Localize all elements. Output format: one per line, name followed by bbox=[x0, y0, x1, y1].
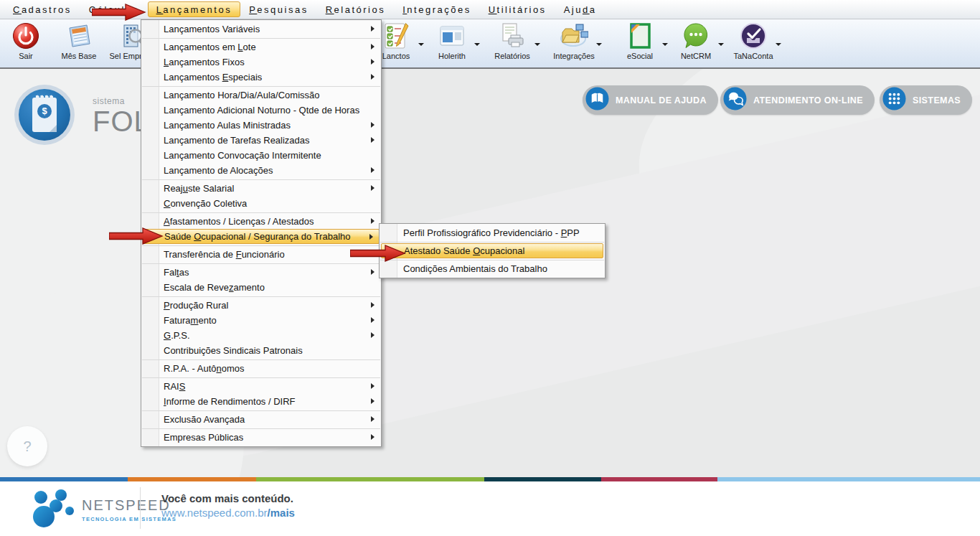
toolbar-group-sair: Sair bbox=[6, 22, 46, 60]
dropdown-arrow-icon[interactable] bbox=[534, 43, 540, 46]
quick-link-sistemas[interactable]: SISTEMAS bbox=[880, 85, 972, 115]
menu-item-lancamento-aulas-ministradas[interactable]: Lançamento Aulas Ministradas bbox=[142, 118, 380, 133]
submenu-item-condicoes-ambientais-do-trabalho[interactable]: Condições Ambientais do Trabalho bbox=[380, 261, 604, 276]
footer-link-bold[interactable]: /mais bbox=[268, 507, 295, 519]
toolbar-button-mes-base[interactable]: Mês Base bbox=[59, 22, 99, 60]
menu-separator bbox=[142, 38, 380, 39]
toolbar-button-lanctos[interactable]: Lanctos bbox=[376, 22, 416, 60]
submenu-arrow-icon bbox=[371, 44, 374, 50]
submenu-arrow-icon bbox=[371, 251, 374, 257]
toolbar-button-relatorios[interactable]: Relatórios bbox=[492, 22, 532, 60]
toolbar-label: Relatórios bbox=[494, 52, 530, 60]
footer-link[interactable]: www.netspeed.com.br/mais bbox=[161, 507, 295, 519]
apps-grid-icon bbox=[882, 87, 906, 113]
menu-item-convencao-coletiva[interactable]: Convenção Coletiva bbox=[142, 196, 380, 211]
menu-item-producao-rural[interactable]: Produção Rural bbox=[142, 298, 380, 313]
toolbar-group-tanaconta: TaNaConta bbox=[733, 22, 791, 60]
dropdown-arrow-icon[interactable] bbox=[662, 43, 668, 46]
toolbar-left-group: SairMês BaseSel Empresa bbox=[6, 22, 152, 60]
toolbar-button-sair[interactable]: Sair bbox=[6, 22, 46, 60]
menubar-item-cadastros[interactable]: Cadastros bbox=[4, 1, 80, 17]
menu-item-r-p-a-autonomos[interactable]: R.P.A. - Autônomos bbox=[142, 361, 380, 376]
toolbar-button-tanaconta[interactable]: TaNaConta bbox=[733, 22, 773, 60]
menu-item-contribuicoes-sindicais-patronais[interactable]: Contribuições Sindicais Patronais bbox=[142, 343, 380, 358]
footer-divider bbox=[140, 487, 141, 529]
footer-link-prefix[interactable]: www.netspeed.com.br bbox=[161, 507, 268, 519]
menu-separator bbox=[142, 212, 380, 213]
menu-item-lancamento-convocacao-intermitente[interactable]: Lançamento Convocação Intermitente bbox=[142, 148, 380, 163]
menu-item-lancamento-adicional-noturno-qtde-de-horas[interactable]: Lançamento Adicional Noturno - Qtde de H… bbox=[142, 103, 380, 118]
dropdown-arrow-icon[interactable] bbox=[776, 43, 781, 46]
menu-separator bbox=[142, 179, 380, 180]
menu-item-faturamento[interactable]: Faturamento bbox=[142, 313, 380, 328]
menubar-item-relatorios[interactable]: Relatórios bbox=[317, 1, 395, 17]
toolbar-button-esocial[interactable]: eSocial bbox=[620, 22, 660, 60]
menu-separator bbox=[142, 296, 380, 297]
menu-item-lancamento-de-alocacoes[interactable]: Lançamento de Alocações bbox=[142, 163, 380, 178]
menu-item-faltas[interactable]: Faltas bbox=[142, 265, 380, 280]
menu-item-lancamentos-especiais[interactable]: Lançamentos Especiais bbox=[142, 70, 380, 85]
menubar-item-pesquisas[interactable]: Pesquisas bbox=[240, 1, 316, 17]
menu-item-afastamentos-licencas-atestados[interactable]: Afastamentos / Licenças / Atestados bbox=[142, 214, 380, 229]
submenu-arrow-icon bbox=[371, 269, 374, 275]
toolbar-group-mes-base: Mês Base bbox=[59, 22, 99, 60]
toolbar-group-relatorios: Relatórios bbox=[492, 22, 547, 60]
menubar-item-ajuda[interactable]: Ajuda bbox=[555, 1, 606, 17]
submenu-arrow-icon bbox=[371, 137, 374, 143]
submenu-arrow-icon bbox=[371, 434, 374, 440]
submenu-arrow-icon bbox=[371, 332, 374, 338]
menu-item-saude-ocupacional-seguranca-do-trabalho[interactable]: Saúde Ocupacional / Segurança do Trabalh… bbox=[143, 229, 380, 244]
submenu-item-atestado-saude-ocupacional[interactable]: Atestado Saúde Ocupacional bbox=[381, 243, 603, 258]
menu-item-rais[interactable]: RAIS bbox=[142, 379, 380, 394]
quick-link-manual-de-ajuda[interactable]: MANUAL DE AJUDA bbox=[583, 85, 718, 115]
menubar-item-lancamentos[interactable]: Lançamentos bbox=[148, 1, 241, 17]
toolbar-label: Integrações bbox=[553, 52, 594, 60]
menu-item-lancamento-hora-dia-aula-comissao[interactable]: Lançamento Hora/Dia/Aula/Comissão bbox=[142, 88, 380, 103]
menu-item-lancamentos-variaveis[interactable]: Lançamentos Variáveis bbox=[142, 22, 380, 37]
menu-item-empresas-publicas[interactable]: Empresas Públicas bbox=[142, 430, 380, 445]
quick-link-label: MANUAL DE AJUDA bbox=[616, 95, 707, 105]
submenu-arrow-icon bbox=[371, 167, 374, 173]
menu-item-lancamentos-fixos[interactable]: Lançamentos Fixos bbox=[142, 55, 380, 70]
menu-item-lancamentos-em-lote[interactable]: Lançamentos em Lote bbox=[142, 39, 380, 55]
menu-item-informe-de-rendimentos-dirf[interactable]: Informe de Rendimentos / DIRF bbox=[142, 394, 380, 409]
menu-bar: CadastrosCálculosLançamentosPesquisasRel… bbox=[0, 0, 980, 19]
menu-item-g-p-s[interactable]: G.P.S. bbox=[142, 328, 380, 343]
menu-item-reajuste-salarial[interactable]: Reajuste Salarial bbox=[142, 181, 380, 196]
submenu-arrow-icon bbox=[371, 26, 374, 32]
menu-item-transferencia-de-funcionario[interactable]: Transferência de Funcionário bbox=[142, 247, 380, 262]
chat-balloon-icon bbox=[682, 22, 710, 50]
dropdown-arrow-icon[interactable] bbox=[596, 43, 602, 46]
submenu-arrow-icon bbox=[371, 122, 374, 128]
tanaconta-check-icon bbox=[739, 22, 768, 50]
toolbar-button-netcrm[interactable]: NetCRM bbox=[676, 22, 716, 60]
submenu-item-perfil-profissiografico-previdenciario-ppp[interactable]: Perfil Profissiográfico Previdenciário -… bbox=[380, 225, 604, 240]
help-bubble-button[interactable]: ? bbox=[7, 426, 47, 466]
book-icon bbox=[585, 87, 609, 113]
menu-separator bbox=[142, 263, 380, 264]
menu-separator bbox=[142, 377, 380, 378]
dropdown-arrow-icon[interactable] bbox=[474, 43, 480, 46]
submenu-arrow-icon bbox=[371, 302, 374, 308]
toolbar-group-netcrm: NetCRM bbox=[676, 22, 726, 60]
quick-link-atendimento-on-line[interactable]: ATENDIMENTO ON-LINE bbox=[720, 85, 875, 115]
dropdown-arrow-icon[interactable] bbox=[718, 43, 724, 46]
toolbar-group-esocial: eSocial bbox=[620, 22, 669, 60]
esocial-page-icon bbox=[626, 22, 654, 50]
menu-item-lancamento-de-tarefas-realizadas[interactable]: Lançamento de Tarefas Realizadas bbox=[142, 133, 380, 148]
toolbar-button-holerith[interactable]: Holerith bbox=[432, 22, 472, 60]
menubar-item-integracoes[interactable]: Integrações bbox=[394, 1, 479, 17]
submenu-arrow-icon bbox=[371, 74, 374, 80]
dropdown-arrow-icon[interactable] bbox=[418, 43, 424, 46]
submenu-arrow-icon bbox=[371, 218, 374, 224]
submenu-arrow-icon bbox=[371, 185, 374, 191]
toolbar-button-integracoes[interactable]: Integrações bbox=[554, 22, 594, 60]
menu-item-exclusao-avancada[interactable]: Exclusão Avançada bbox=[142, 412, 380, 427]
menubar-item-utilitarios[interactable]: Utilitários bbox=[480, 1, 555, 17]
menubar-item-calculos[interactable]: Cálculos bbox=[80, 1, 148, 17]
application-window: CadastrosCálculosLançamentosPesquisasRel… bbox=[0, 0, 980, 536]
power-icon bbox=[11, 22, 40, 50]
calendar-icon bbox=[65, 22, 93, 50]
menu-item-escala-de-revezamento[interactable]: Escala de Revezamento bbox=[142, 280, 380, 295]
toolbar-group-lanctos: Lanctos bbox=[376, 22, 425, 60]
